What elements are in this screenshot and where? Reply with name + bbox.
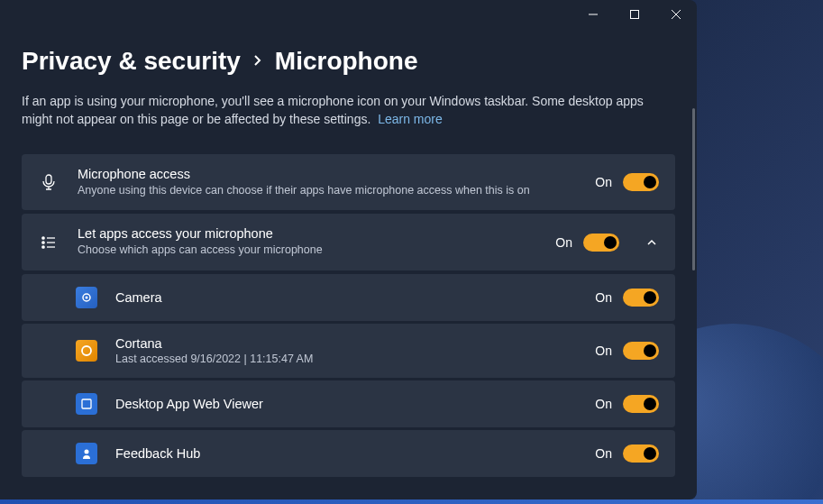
app-row-webviewer: Desktop App Web Viewer On: [22, 380, 675, 427]
page-title: Microphone: [275, 47, 418, 76]
cortana-toggle[interactable]: [623, 342, 659, 360]
microphone-icon: [38, 171, 59, 193]
minimize-button[interactable]: [572, 0, 614, 29]
close-button[interactable]: [655, 0, 697, 29]
toggle-state-label: On: [595, 175, 612, 189]
maximize-button[interactable]: [614, 0, 655, 29]
svg-point-6: [86, 297, 88, 299]
chevron-right-icon: [253, 52, 262, 71]
breadcrumb: Privacy & security Microphone: [22, 47, 675, 76]
app-name: Desktop App Web Viewer: [115, 397, 577, 411]
card-title: Microphone access: [78, 167, 577, 181]
microphone-access-card: Microphone access Anyone using this devi…: [22, 154, 675, 211]
apps-access-toggle[interactable]: [583, 234, 619, 252]
cortana-app-icon: [76, 340, 97, 362]
toggle-state-label: On: [555, 235, 572, 250]
webviewer-toggle[interactable]: [623, 395, 659, 413]
feedback-toggle[interactable]: [623, 444, 659, 463]
settings-window: Privacy & security Microphone If an app …: [0, 0, 697, 499]
microphone-access-toggle[interactable]: [623, 173, 659, 191]
feedback-app-icon: [76, 443, 97, 464]
taskbar[interactable]: [0, 499, 823, 504]
svg-point-9: [85, 450, 89, 454]
app-last-accessed: Last accessed 9/16/2022 | 11:15:47 AM: [115, 353, 577, 365]
app-name: Camera: [115, 290, 577, 305]
titlebar: [0, 0, 697, 29]
app-list-icon: [38, 232, 59, 253]
svg-point-4: [42, 246, 44, 248]
learn-more-link[interactable]: Learn more: [378, 112, 443, 126]
camera-app-icon: [76, 287, 97, 308]
app-name: Feedback Hub: [115, 446, 577, 461]
card-title: Let apps access your microphone: [78, 226, 537, 241]
breadcrumb-parent[interactable]: Privacy & security: [22, 47, 241, 76]
page-description: If an app is using your microphone, you'…: [22, 92, 653, 129]
apps-access-card[interactable]: Let apps access your microphone Choose w…: [22, 214, 675, 270]
app-name: Cortana: [115, 336, 577, 351]
svg-rect-8: [82, 399, 91, 408]
camera-toggle[interactable]: [623, 289, 659, 307]
toggle-state-label: On: [595, 290, 612, 305]
svg-rect-1: [46, 175, 51, 184]
scrollbar[interactable]: [692, 108, 695, 270]
card-subtitle: Choose which apps can access your microp…: [78, 243, 537, 258]
svg-point-7: [82, 346, 91, 355]
svg-rect-0: [631, 11, 639, 19]
chevron-up-icon[interactable]: [645, 237, 659, 248]
app-row-cortana: Cortana Last accessed 9/16/2022 | 11:15:…: [22, 324, 675, 378]
toggle-state-label: On: [595, 397, 612, 411]
webviewer-app-icon: [76, 393, 97, 415]
svg-point-2: [42, 237, 44, 239]
app-row-feedback: Feedback Hub On: [22, 430, 675, 477]
toggle-state-label: On: [595, 344, 612, 358]
app-row-camera: Camera On: [22, 274, 675, 321]
card-subtitle: Anyone using this device can choose if t…: [78, 183, 577, 198]
svg-point-3: [42, 242, 44, 243]
toggle-state-label: On: [595, 446, 612, 461]
